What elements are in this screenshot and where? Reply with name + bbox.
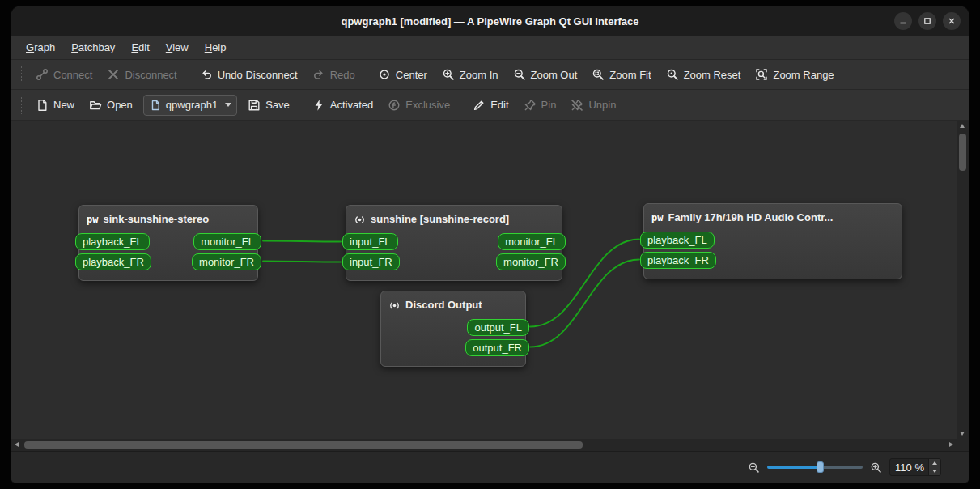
save-button[interactable]: Save <box>240 94 297 117</box>
minimize-button[interactable] <box>894 12 912 30</box>
exclusive-button[interactable]: Exclusive <box>380 94 457 117</box>
undo-disconnect-button[interactable]: Undo Disconnect <box>193 63 305 86</box>
graph-canvas-area: pw sink-sunshine-stereo playback_FL moni… <box>11 121 969 451</box>
vertical-scrollbar-thumb[interactable] <box>959 134 966 171</box>
graph-toolbar: Connect Disconnect Undo Disconnect Redo … <box>11 60 969 90</box>
menu-patchbay[interactable]: Patchbay <box>63 36 123 59</box>
zoom-value: 110 % <box>890 461 928 474</box>
port-input-fl[interactable]: input_FL <box>342 233 398 250</box>
port-output-fr[interactable]: output_FR <box>465 339 529 356</box>
node-discord-output[interactable]: Discord Output output_FL output_FR <box>380 291 526 367</box>
activated-button[interactable]: Activated <box>305 94 380 117</box>
menu-view[interactable]: View <box>158 36 197 59</box>
menu-graph[interactable]: Graph <box>18 36 63 59</box>
maximize-icon <box>923 17 931 25</box>
zoom-in-button[interactable]: Zoom In <box>435 63 506 86</box>
node-ports: playback_FL playback_FR <box>644 230 902 279</box>
disconnect-icon <box>107 68 120 81</box>
menu-edit[interactable]: Edit <box>123 36 157 59</box>
activated-label: Activated <box>330 99 373 111</box>
exclusive-label: Exclusive <box>405 99 450 111</box>
zoom-in-label: Zoom In <box>460 69 498 81</box>
titlebar[interactable]: qpwgraph1 [modified] — A PipeWire Graph … <box>11 6 969 36</box>
maximize-button[interactable] <box>918 12 936 30</box>
node-title: sunshine [sunshine-record] <box>371 212 509 227</box>
exclusive-icon <box>388 99 401 112</box>
monitor-icon <box>354 214 366 226</box>
open-label: Open <box>107 99 133 111</box>
zoom-range-icon <box>755 68 768 81</box>
horizontal-scrollbar-thumb[interactable] <box>24 441 583 449</box>
zoom-reset-button[interactable]: Zoom Reset <box>659 63 749 86</box>
port-playback-fl[interactable]: playback_FL <box>75 233 150 250</box>
zoom-fit-button[interactable]: Zoom Fit <box>584 63 658 86</box>
undo-icon <box>200 68 213 81</box>
node-header: pw Family 17h/19h HD Audio Contr... <box>644 204 902 230</box>
close-icon <box>948 17 956 25</box>
toolbar-drag-handle[interactable] <box>18 66 23 83</box>
node-family-hd-audio[interactable]: pw Family 17h/19h HD Audio Contr... play… <box>643 203 902 279</box>
node-title: Discord Output <box>405 298 482 313</box>
node-header: sunshine [sunshine-record] <box>346 206 562 232</box>
spin-up-button[interactable] <box>929 459 940 467</box>
spinbox-arrows <box>928 459 940 475</box>
scroll-right-arrow-icon[interactable] <box>949 442 953 447</box>
zoom-slider[interactable] <box>767 460 863 474</box>
node-sunshine-record[interactable]: sunshine [sunshine-record] input_FL moni… <box>346 205 562 281</box>
menu-help[interactable]: Help <box>197 36 235 59</box>
port-playback-fl[interactable]: playback_FL <box>640 232 715 249</box>
zoom-in-icon[interactable] <box>870 461 882 474</box>
unpin-button[interactable]: Unpin <box>563 94 623 117</box>
new-button[interactable]: New <box>28 94 82 117</box>
zoom-range-button[interactable]: Zoom Range <box>748 63 841 86</box>
pin-icon <box>524 99 537 112</box>
center-button[interactable]: Center <box>371 63 435 86</box>
port-input-fr[interactable]: input_FR <box>342 253 400 270</box>
zoom-reset-icon <box>666 68 679 81</box>
connect-label: Connect <box>53 69 92 81</box>
zoom-spinbox[interactable]: 110 % <box>889 458 941 476</box>
open-button[interactable]: Open <box>82 94 140 117</box>
port-monitor-fr[interactable]: monitor_FR <box>192 253 261 270</box>
connection-wire-monitor-fr-input-fr[interactable] <box>263 262 341 262</box>
port-playback-fr[interactable]: playback_FR <box>640 252 716 269</box>
pipewire-icon: pw <box>87 212 98 227</box>
connect-button[interactable]: Connect <box>28 63 100 86</box>
port-monitor-fr[interactable]: monitor_FR <box>496 253 566 270</box>
node-sink-sunshine-stereo[interactable]: pw sink-sunshine-stereo playback_FL moni… <box>78 205 258 281</box>
redo-icon <box>312 68 325 81</box>
port-monitor-fl[interactable]: monitor_FL <box>193 233 261 250</box>
zoom-slider-handle[interactable] <box>817 461 824 473</box>
spin-down-button[interactable] <box>929 467 940 475</box>
window-title: qpwgraph1 [modified] — A PipeWire Graph … <box>341 15 638 28</box>
close-button[interactable] <box>943 12 961 30</box>
graph-canvas[interactable]: pw sink-sunshine-stereo playback_FL moni… <box>11 121 957 439</box>
vertical-scrollbar[interactable] <box>957 121 969 439</box>
new-file-icon <box>36 99 49 112</box>
port-output-fl[interactable]: output_FL <box>467 319 529 336</box>
file-icon <box>150 100 161 111</box>
node-ports: playback_FL monitor_FL playback_FR monit… <box>79 232 257 280</box>
scroll-down-arrow-icon[interactable] <box>960 432 965 436</box>
menubar: Graph Patchbay Edit View Help <box>11 36 969 60</box>
zoom-out-icon[interactable] <box>748 461 760 474</box>
chevron-down-icon <box>225 103 231 107</box>
scroll-up-arrow-icon[interactable] <box>960 124 965 128</box>
port-playback-fr[interactable]: playback_FR <box>75 253 151 270</box>
profile-combo[interactable]: qpwgraph1 <box>143 95 237 116</box>
window-controls <box>894 6 961 36</box>
zoom-out-button[interactable]: Zoom Out <box>506 63 585 86</box>
connection-wire-monitor-fl-input-fl[interactable] <box>263 241 341 242</box>
pin-button[interactable]: Pin <box>516 94 564 117</box>
connect-icon <box>36 68 49 81</box>
toolbar-drag-handle[interactable] <box>18 96 23 114</box>
redo-button[interactable]: Redo <box>305 63 363 86</box>
edit-button[interactable]: Edit <box>465 94 515 117</box>
port-monitor-fl[interactable]: monitor_FL <box>498 233 566 250</box>
disconnect-label: Disconnect <box>125 69 176 81</box>
horizontal-scrollbar[interactable] <box>11 439 957 451</box>
scroll-left-arrow-icon[interactable] <box>15 442 19 447</box>
zoom-slider-track[interactable] <box>767 466 863 469</box>
disconnect-button[interactable]: Disconnect <box>100 63 184 86</box>
pipewire-icon: pw <box>651 210 663 225</box>
